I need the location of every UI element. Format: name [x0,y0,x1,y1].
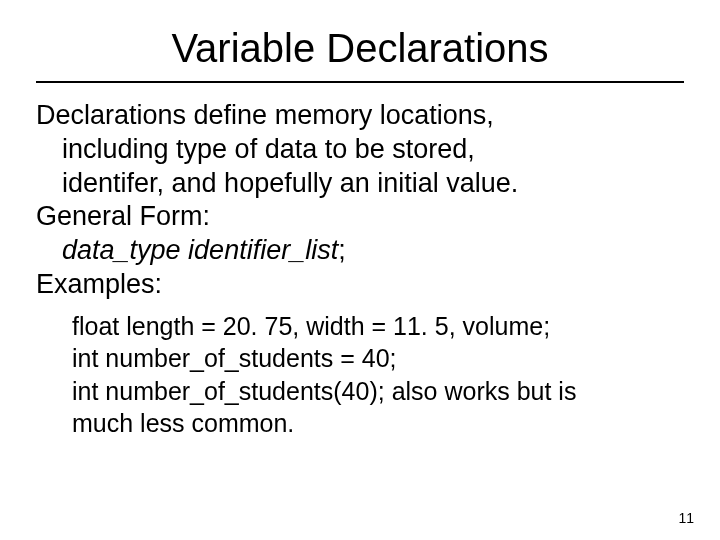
examples-label: Examples: [36,268,684,302]
para-line: Declarations define memory locations, [36,99,684,133]
general-form-syntax: data_type identifier_list [62,235,338,265]
general-form: data_type identifier_list; [36,234,684,268]
code-line: int number_of_students = 40; [72,342,684,375]
body-text: Declarations define memory locations, in… [36,99,684,302]
slide: Variable Declarations Declarations defin… [0,0,720,540]
page-number: 11 [678,510,694,526]
code-line: much less common. [72,407,684,440]
para-line: identifer, and hopefully an initial valu… [36,167,684,201]
slide-title: Variable Declarations [36,26,684,71]
code-line: int number_of_students(40); also works b… [72,375,684,408]
code-examples: float length = 20. 75, width = 11. 5, vo… [36,310,684,440]
para-line: including type of data to be stored, [36,133,684,167]
semicolon: ; [338,235,346,265]
title-rule [36,81,684,83]
general-form-label: General Form: [36,200,684,234]
code-line: float length = 20. 75, width = 11. 5, vo… [72,310,684,343]
